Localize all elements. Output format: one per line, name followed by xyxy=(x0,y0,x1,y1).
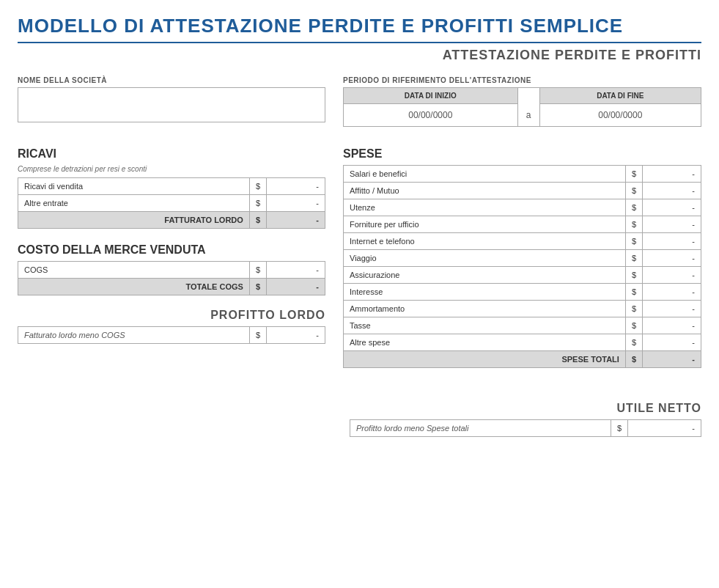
table-row: Altre entrate $ - xyxy=(18,195,325,212)
ricavi-row1-value[interactable]: - xyxy=(267,178,325,195)
company-block: NOME DELLA SOCIETÀ xyxy=(18,76,325,127)
start-date-value[interactable]: 00/00/0000 xyxy=(344,104,518,127)
cogs-total-currency: $ xyxy=(249,279,266,295)
period-separator: a xyxy=(517,104,539,127)
spese-row6-label: Assicurazione xyxy=(344,267,626,284)
start-date-header: DATA DI INIZIO xyxy=(344,88,518,104)
spese-row4-value[interactable]: - xyxy=(643,233,701,250)
main-title: MODELLO DI ATTESTAZIONE PERDITE E PROFIT… xyxy=(18,15,701,43)
end-date-value[interactable]: 00/00/0000 xyxy=(539,104,701,127)
gross-profit-value[interactable]: - xyxy=(267,327,325,344)
spese-row9-value[interactable]: - xyxy=(643,317,701,334)
spese-row1-value[interactable]: - xyxy=(643,183,701,199)
spese-row2-value[interactable]: - xyxy=(643,199,701,216)
cogs-row1-label: COGS xyxy=(18,262,250,279)
net-income-title: UTILE NETTO xyxy=(350,402,701,415)
bottom-section: UTILE NETTO Profitto lordo meno Spese to… xyxy=(18,402,701,437)
sub-title: ATTESTAZIONE PERDITE E PROFITTI xyxy=(18,48,701,63)
gross-profit-title: PROFITTO LORDO xyxy=(18,309,325,322)
spese-row8-label: Ammortamento xyxy=(344,301,626,317)
cogs-total-value[interactable]: - xyxy=(267,279,325,295)
ricavi-table: Ricavi di vendita $ - Altre entrate $ - … xyxy=(18,177,325,229)
spese-row2-currency: $ xyxy=(625,199,642,216)
right-col: SPESE Salari e benefici $ - Affitto / Mu… xyxy=(343,147,701,381)
period-label: PERIODO DI RIFERIMENTO DELL'ATTESTAZIONE xyxy=(343,76,701,84)
spese-row5-currency: $ xyxy=(625,250,642,267)
ricavi-row1-label: Ricavi di vendita xyxy=(18,178,250,195)
table-row: Forniture per ufficio $ - xyxy=(344,216,701,233)
table-row: Ricavi di vendita $ - xyxy=(18,178,325,195)
table-row: Assicurazione $ - xyxy=(344,267,701,284)
net-income-currency: $ xyxy=(611,420,627,437)
table-row: Internet e telefono $ - xyxy=(344,233,701,250)
gross-profit-label: Fatturato lordo meno COGS xyxy=(18,327,250,344)
ricavi-sub: Comprese le detrazioni per resi e sconti xyxy=(18,165,325,173)
company-input[interactable] xyxy=(18,87,325,122)
net-income-value[interactable]: - xyxy=(628,420,701,437)
spese-row1-currency: $ xyxy=(625,183,642,199)
table-row: Altre spese $ - xyxy=(344,334,701,351)
main-content: RICAVI Comprese le detrazioni per resi e… xyxy=(18,147,701,381)
spese-row0-currency: $ xyxy=(625,166,642,183)
spese-row5-value[interactable]: - xyxy=(643,250,701,267)
spese-row8-value[interactable]: - xyxy=(643,301,701,317)
ricavi-heading: RICAVI xyxy=(18,147,325,161)
table-row: Ammortamento $ - xyxy=(344,301,701,317)
gross-profit-currency: $ xyxy=(249,327,266,344)
spese-table: Salari e benefici $ - Affitto / Mutuo $ … xyxy=(343,165,701,368)
spese-row3-currency: $ xyxy=(625,216,642,233)
ricavi-row2-label: Altre entrate xyxy=(18,195,250,212)
spese-row4-label: Internet e telefono xyxy=(344,233,626,250)
ricavi-row2-value[interactable]: - xyxy=(267,195,325,212)
top-section: NOME DELLA SOCIETÀ PERIODO DI RIFERIMENT… xyxy=(18,76,701,127)
table-row: Salari e benefici $ - xyxy=(344,166,701,183)
table-row: Affitto / Mutuo $ - xyxy=(344,183,701,199)
net-income-block: UTILE NETTO Profitto lordo meno Spese to… xyxy=(350,402,701,437)
spese-row9-label: Tasse xyxy=(344,317,626,334)
spese-row8-currency: $ xyxy=(625,301,642,317)
table-row: COGS $ - xyxy=(18,262,325,279)
spese-row2-label: Utenze xyxy=(344,199,626,216)
net-income-table: Profitto lordo meno Spese totali $ - xyxy=(350,419,701,437)
ricavi-total-row: FATTURATO LORDO $ - xyxy=(18,212,325,229)
company-label: NOME DELLA SOCIETÀ xyxy=(18,76,325,84)
spese-row7-value[interactable]: - xyxy=(643,284,701,301)
cogs-table: COGS $ - TOTALE CoGS $ - xyxy=(18,261,325,295)
spese-row10-value[interactable]: - xyxy=(643,334,701,351)
spese-row7-currency: $ xyxy=(625,284,642,301)
left-col: RICAVI Comprese le detrazioni per resi e… xyxy=(18,147,325,344)
spese-row7-label: Interesse xyxy=(344,284,626,301)
period-block: PERIODO DI RIFERIMENTO DELL'ATTESTAZIONE… xyxy=(343,76,701,127)
spese-row10-label: Altre spese xyxy=(344,334,626,351)
spese-row5-label: Viaggio xyxy=(344,250,626,267)
cogs-row1-currency: $ xyxy=(249,262,266,279)
net-income-row: Profitto lordo meno Spese totali $ - xyxy=(350,420,701,437)
table-row: Interesse $ - xyxy=(344,284,701,301)
ricavi-total-value[interactable]: - xyxy=(267,212,325,229)
table-row: Tasse $ - xyxy=(344,317,701,334)
ricavi-row2-currency: $ xyxy=(249,195,266,212)
cogs-heading: COSTO DELLA MERCE VENDUTA xyxy=(18,243,325,257)
spese-row9-currency: $ xyxy=(625,317,642,334)
spese-row3-value[interactable]: - xyxy=(643,216,701,233)
ricavi-total-label: FATTURATO LORDO xyxy=(18,212,250,229)
ricavi-total-currency: $ xyxy=(249,212,266,229)
gross-profit-section: PROFITTO LORDO Fatturato lordo meno COGS… xyxy=(18,309,325,344)
spese-row6-value[interactable]: - xyxy=(643,267,701,284)
ricavi-row1-currency: $ xyxy=(249,178,266,195)
cogs-row1-value[interactable]: - xyxy=(267,262,325,279)
cogs-total-label: TOTALE CoGS xyxy=(18,279,250,295)
table-row: Utenze $ - xyxy=(344,199,701,216)
spese-total-value[interactable]: - xyxy=(643,351,701,368)
spese-row0-label: Salari e benefici xyxy=(344,166,626,183)
spese-row0-value[interactable]: - xyxy=(643,166,701,183)
net-income-label: Profitto lordo meno Spese totali xyxy=(350,420,611,437)
cogs-total-row: TOTALE CoGS $ - xyxy=(18,279,325,295)
spese-total-row: SPESE TOTALI $ - xyxy=(344,351,701,368)
spese-total-label: SPESE TOTALI xyxy=(344,351,626,368)
spese-row4-currency: $ xyxy=(625,233,642,250)
spese-total-currency: $ xyxy=(625,351,642,368)
period-table: DATA DI INIZIO DATA DI FINE 00/00/0000 a… xyxy=(343,87,701,127)
spese-row3-label: Forniture per ufficio xyxy=(344,216,626,233)
spese-row1-label: Affitto / Mutuo xyxy=(344,183,626,199)
